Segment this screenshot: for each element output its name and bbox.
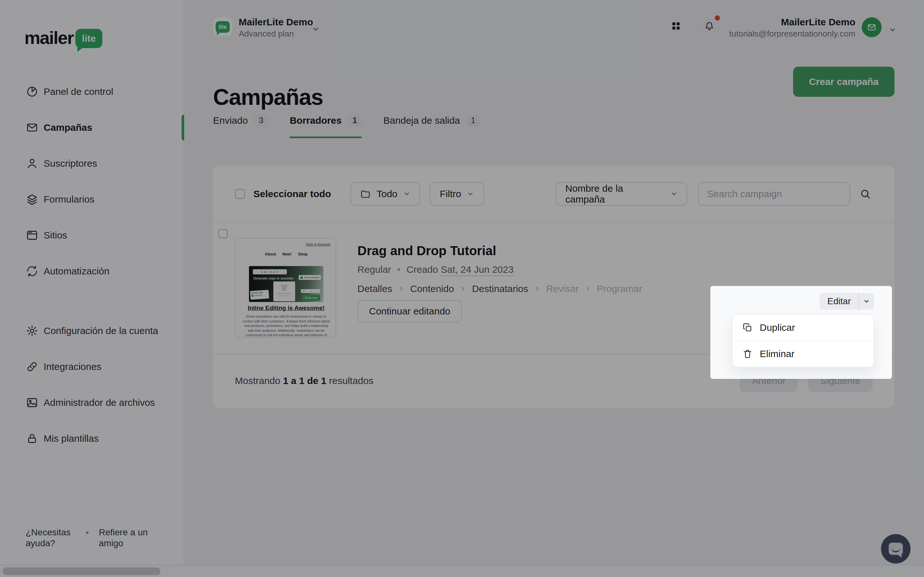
tab-drafts[interactable]: Borradores 1	[290, 114, 362, 138]
sidebar-item-campaigns[interactable]: Campañas	[0, 110, 184, 145]
mailerlite-logo[interactable]: mailer lite	[24, 28, 102, 48]
email-body-text: Email newsletters are vital for business…	[242, 314, 330, 338]
sidebar-item-label: Integraciones	[44, 361, 102, 372]
campaign-created: Creado Sat, 24 Jun 2023	[407, 264, 514, 275]
product-card	[273, 282, 295, 301]
link-icon	[26, 360, 39, 373]
search-group: Nombre de la campaña	[556, 182, 873, 206]
sidebar-item-label: Configuración de la cuenta	[44, 326, 158, 336]
image-icon	[26, 396, 39, 409]
copy-icon	[742, 322, 753, 333]
continue-editing-button[interactable]: Continuar editando	[357, 300, 462, 322]
tab-sent[interactable]: Enviado 3	[213, 114, 268, 138]
email-nav: AboutNew!Shop	[236, 252, 336, 256]
tab-label: Enviado	[213, 115, 248, 126]
sidebar-item-dashboard[interactable]: Panel de control	[0, 74, 184, 110]
results-summary-numbers: 1 a 1 de 1	[283, 376, 326, 386]
create-campaign-button[interactable]: Crear campaña	[793, 67, 895, 97]
sidebar-item-automation[interactable]: Automatización	[0, 253, 184, 289]
sidebar-nav: Panel de control Campañas Suscriptores F…	[0, 74, 184, 456]
sites-icon	[26, 229, 39, 242]
tshirt-icon	[279, 284, 289, 292]
tab-count-badge: 3	[254, 114, 268, 127]
edit-button[interactable]: Editar	[820, 293, 859, 309]
campaign-checkbox[interactable]	[218, 229, 228, 239]
step-details[interactable]: Detalles	[357, 284, 392, 294]
sidebar-item-integrations[interactable]: Integraciones	[0, 349, 184, 385]
bell-icon	[704, 21, 715, 31]
menu-item-duplicate[interactable]: Duplicar	[733, 315, 873, 340]
sidebar-item-label: Automatización	[44, 266, 110, 277]
select-all-label: Seleccionar todo	[254, 189, 331, 199]
chat-launcher-button[interactable]	[881, 534, 911, 564]
menu-item-delete[interactable]: Eliminar	[733, 341, 873, 367]
tab-count-badge: 1	[467, 114, 480, 127]
scrollbar-thumb[interactable]	[3, 567, 160, 575]
hero-caption: Generate copy in seconds	[254, 277, 294, 280]
account-app-icon[interactable]: lite	[213, 17, 232, 37]
search-field-dropdown[interactable]: Nombre de la campaña	[556, 182, 687, 206]
folder-filter-label: Todo	[376, 189, 397, 199]
user-menu-email: tutorials@forpresentationonly.com	[729, 29, 855, 39]
user-avatar[interactable]	[862, 17, 882, 37]
step-content[interactable]: Contenido	[410, 284, 454, 294]
step-recipients[interactable]: Destinatarios	[472, 284, 528, 294]
filter-dropdown[interactable]: Filtro	[430, 182, 485, 206]
grid-icon	[670, 21, 682, 31]
campaign-title[interactable]: Drag and Drop Tutorial	[357, 243, 496, 258]
tab-label: Borradores	[290, 115, 342, 126]
search-icon	[859, 188, 871, 200]
tab-count-badge: 1	[348, 114, 362, 127]
subscribers-icon	[26, 157, 39, 170]
chevron-down-icon	[863, 298, 870, 305]
sidebar-item-label: Campañas	[44, 122, 92, 133]
edit-dropdown-menu: Duplicar Eliminar	[732, 314, 874, 367]
chevron-right-icon	[460, 285, 466, 292]
select-all-checkbox[interactable]	[235, 189, 245, 199]
account-switcher-name[interactable]: MailerLite Demo	[239, 17, 313, 27]
shop-now-button: Shop now	[302, 295, 320, 301]
filter-toolbar: Seleccionar todo Todo Filtro Nombre de l…	[213, 165, 895, 223]
sidebar-item-forms[interactable]: Formularios	[0, 181, 184, 218]
sidebar-item-account-settings[interactable]: Configuración de la cuenta	[0, 313, 184, 349]
menu-item-label: Duplicar	[760, 322, 795, 333]
account-plan-label: Advanced plan	[239, 29, 294, 39]
apps-grid-button[interactable]	[667, 17, 685, 35]
meta-dot-separator	[397, 268, 400, 271]
search-input[interactable]	[698, 182, 850, 206]
step-review: Revisar	[546, 284, 579, 294]
saved-blocks-chip: Saved blocks	[299, 275, 321, 280]
sidebar-item-templates[interactable]: Mis plantillas	[0, 421, 184, 456]
results-summary: Mostrando 1 a 1 de 1 resultados	[235, 376, 373, 386]
help-link[interactable]: ¿Necesitas ayuda?	[26, 527, 76, 549]
chat-bubble-icon	[889, 543, 903, 555]
campaign-created-date: Sat, 24 Jun 2023	[441, 264, 514, 276]
edit-dropdown-toggle[interactable]	[859, 293, 874, 309]
campaign-type: Regular	[357, 264, 391, 275]
sidebar: mailer lite Panel de control Campañas Su…	[0, 0, 184, 577]
campaign-meta: Regular Creado Sat, 24 Jun 2023	[357, 264, 514, 275]
sidebar-item-file-manager[interactable]: Administrador de archivos	[0, 385, 184, 421]
campaign-thumbnail[interactable]: View in browser AboutNew!Shop S B I U A …	[235, 238, 336, 338]
refer-link[interactable]: Refiere a un amigo	[99, 527, 154, 549]
sidebar-item-label: Panel de control	[44, 86, 113, 97]
search-button[interactable]	[858, 187, 873, 201]
campaign-steps-breadcrumb: Detalles Contenido Destinatarios Revisar…	[357, 284, 642, 294]
notifications-button[interactable]	[700, 17, 719, 35]
tab-label: Bandeja de salida	[383, 115, 460, 126]
chevron-down-icon	[467, 190, 474, 197]
chevron-right-icon	[398, 285, 404, 292]
account-chevron-down-icon[interactable]	[312, 24, 320, 35]
editor-toolbar: S B I U A ≡	[253, 269, 287, 274]
page-title: Campañas	[213, 84, 323, 110]
folder-filter-dropdown[interactable]: Todo	[351, 182, 420, 206]
sidebar-gap	[0, 289, 184, 313]
sidebar-item-sites[interactable]: Sitios	[0, 218, 184, 253]
tab-outbox[interactable]: Bandeja de salida 1	[383, 114, 480, 138]
campaign-tabs: Enviado 3 Borradores 1 Bandeja de salida…	[213, 114, 480, 138]
sidebar-item-subscribers[interactable]: Suscriptores	[0, 145, 184, 181]
gear-icon	[26, 324, 39, 337]
user-chevron-down-icon[interactable]	[889, 24, 897, 36]
chevron-down-icon	[403, 190, 410, 197]
lock-icon	[26, 432, 39, 445]
